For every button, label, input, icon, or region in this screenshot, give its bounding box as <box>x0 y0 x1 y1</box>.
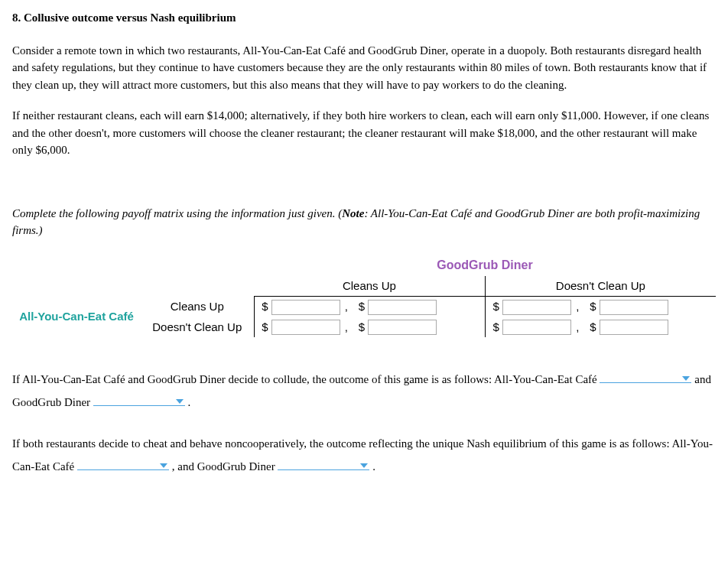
nash-dropdown-cafe[interactable] <box>77 456 169 470</box>
currency-symbol: $ <box>354 298 365 316</box>
payoff-input-r2c2-b[interactable] <box>600 320 668 335</box>
paragraph-2: If neither restaurant cleans, each will … <box>12 107 716 159</box>
col-header-cleans-up: Cleans Up <box>254 276 485 297</box>
payoff-input-r2c2-a[interactable] <box>502 320 571 335</box>
currency-symbol: $ <box>489 319 499 336</box>
cell-separator: , <box>343 319 351 336</box>
collude-dropdown-cafe[interactable] <box>600 369 691 383</box>
cell-separator: , <box>343 298 351 316</box>
collude-text-1: If All-You-Can-Eat Café and GoodGrub Din… <box>12 373 597 385</box>
collude-dropdown-diner[interactable] <box>93 391 185 406</box>
column-player-label: GoodGrub Diner <box>254 255 716 276</box>
instruction-pre: Complete the following payoff matrix usi… <box>12 207 342 219</box>
currency-symbol: $ <box>258 298 268 316</box>
nash-text-3: . <box>372 460 375 473</box>
instruction-text: Complete the following payoff matrix usi… <box>12 205 716 239</box>
payoff-input-r2c1-a[interactable] <box>271 320 340 335</box>
cell-separator: , <box>574 319 582 336</box>
row-header-doesnt-clean-up: Doesn't Clean Up <box>141 317 254 338</box>
payoff-input-r1c2-b[interactable] <box>600 300 668 315</box>
cell-separator: , <box>574 298 582 316</box>
payoff-input-r1c1-b[interactable] <box>368 300 437 315</box>
payoff-input-r1c2-a[interactable] <box>502 300 571 315</box>
nash-dropdown-diner[interactable] <box>278 456 369 470</box>
collude-question: If All-You-Can-Eat Café and GoodGrub Din… <box>12 368 716 414</box>
chevron-down-icon <box>682 376 690 381</box>
currency-symbol: $ <box>489 298 499 316</box>
payoff-input-r1c1-a[interactable] <box>271 300 340 315</box>
col-header-doesnt-clean-up: Doesn't Clean Up <box>485 276 716 297</box>
instruction-note-label: Note <box>342 207 364 219</box>
payoff-input-r2c1-b[interactable] <box>368 320 437 335</box>
currency-symbol: $ <box>585 319 596 336</box>
nash-text-2: , and GoodGrub Diner <box>172 460 275 473</box>
row-header-cleans-up: Cleans Up <box>141 297 254 317</box>
payoff-matrix: GoodGrub Diner Cleans Up Doesn't Clean U… <box>12 255 716 338</box>
currency-symbol: $ <box>585 298 596 316</box>
currency-symbol: $ <box>354 319 365 336</box>
chevron-down-icon <box>176 399 184 404</box>
row-player-label: All-You-Can-Eat Café <box>12 297 141 338</box>
paragraph-1: Consider a remote town in which two rest… <box>12 42 716 94</box>
currency-symbol: $ <box>258 319 268 336</box>
chevron-down-icon <box>360 463 368 468</box>
question-title: 8. Collusive outcome versus Nash equilib… <box>12 9 716 27</box>
collude-text-3: . <box>188 396 191 408</box>
nash-question: If both restaurants decide to cheat and … <box>12 432 716 478</box>
chevron-down-icon <box>160 463 167 468</box>
